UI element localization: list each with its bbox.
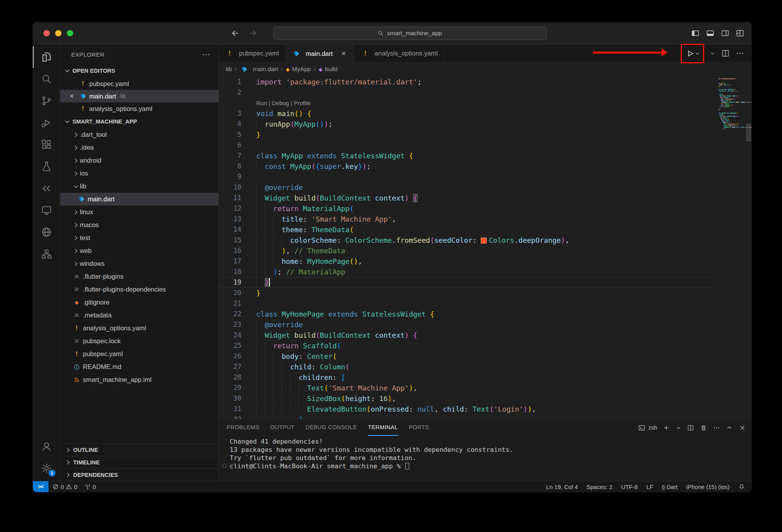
sidebar-section-outline[interactable]: OUTLINE (60, 443, 218, 456)
code-line[interactable]: 11 Widget build(BuildContext context) { (219, 193, 715, 203)
sidebar-section-timeline[interactable]: TIMELINE (60, 456, 218, 468)
launch-profile[interactable]: zsh (638, 424, 657, 432)
code-line[interactable]: 23 @override (219, 319, 715, 330)
panel-tab-debug-console[interactable]: DEBUG CONSOLE (306, 419, 357, 436)
tree-item-smart_machine_app.iml[interactable]: smart_machine_app.iml (60, 373, 218, 386)
code-line[interactable]: 15 colorScheme: ColorScheme.fromSeed(see… (219, 235, 715, 245)
remote-indicator[interactable]: >< (33, 481, 49, 492)
window-minimize-button[interactable] (55, 30, 61, 36)
tree-item-pubspec.lock[interactable]: ≡pubspec.lock (60, 335, 218, 348)
activity-explorer-button[interactable] (33, 46, 60, 68)
sidebar-more-actions-icon[interactable]: ⋯ (202, 50, 210, 59)
status-item-spaces-2[interactable]: Spaces: 2 (586, 484, 613, 490)
code-line[interactable]: 16 ), // ThemeData (219, 245, 715, 256)
code-line[interactable]: 4 runApp(MyApp()); (219, 119, 715, 129)
code-line[interactable]: 21 (219, 298, 715, 309)
code-line[interactable]: 29 Text('Smart Machine App'), (219, 383, 715, 393)
run-dropdown-chevron-icon[interactable] (695, 51, 700, 56)
tree-item-.idea[interactable]: .idea (60, 141, 218, 154)
terminal-output[interactable]: Changed 41 dependencies!13 packages have… (219, 436, 751, 481)
window-close-button[interactable] (43, 30, 50, 36)
color-chip[interactable] (481, 238, 487, 244)
status-item-utf-8[interactable]: UTF-8 (621, 484, 638, 490)
code-lens-actions[interactable]: Run | Debug | Profile (256, 98, 311, 108)
split-editor-icon[interactable] (721, 49, 730, 58)
activity-settings-button[interactable]: 1 (33, 457, 60, 479)
code-line[interactable]: 2 (219, 87, 715, 98)
code-line[interactable]: 6 (219, 140, 715, 150)
tree-item-.flutter-plugins-dependencies[interactable]: ≡.flutter-plugins-dependencies (60, 283, 218, 296)
more-actions-icon[interactable] (735, 49, 744, 58)
tree-item-lib[interactable]: lib (60, 180, 218, 193)
code-line[interactable]: 3void main() { (219, 108, 715, 119)
code-line[interactable]: 27 child: Column( (219, 362, 715, 372)
tree-item-analysis_options.yaml[interactable]: !analysis_options.yaml (60, 322, 218, 335)
code-line[interactable]: 10 @override (219, 182, 715, 193)
open-editors-header[interactable]: OPEN EDITORS (60, 64, 218, 77)
run-or-debug-button[interactable] (685, 49, 695, 58)
tree-item-.dart_tool[interactable]: .dart_tool (60, 128, 218, 141)
code-line[interactable]: 32 ], (219, 414, 715, 419)
open-editor-item-main.dart[interactable]: ×main.dartlib (60, 90, 218, 102)
panel-tab-terminal[interactable]: TERMINAL (368, 419, 398, 436)
code-line[interactable]: 5} (219, 129, 715, 140)
toggle-secondary-sidebar-icon[interactable] (721, 29, 730, 38)
tree-item-pubspec.yaml[interactable]: !pubspec.yaml (60, 348, 218, 360)
code-line[interactable]: 26 body: Center( (219, 351, 715, 362)
tree-item-windows[interactable]: windows (60, 257, 218, 270)
activity-source-control-button[interactable] (33, 90, 60, 112)
panel-more-actions-icon[interactable] (713, 424, 720, 432)
tree-item-test[interactable]: test (60, 231, 218, 244)
activity-references-button[interactable] (33, 177, 60, 199)
open-editor-item-analysis_options.yaml[interactable]: !analysis_options.yaml (60, 102, 218, 115)
editor-scrollbar[interactable] (746, 124, 751, 142)
code-line[interactable]: 22class MyHomePage extends StatelessWidg… (219, 309, 715, 319)
status-item-iphone-15-ios-[interactable]: iPhone (15) (ios) (686, 484, 730, 490)
activity-run-debug-button[interactable] (33, 112, 60, 134)
project-root-header[interactable]: SMART_MACHINE_APP (60, 115, 218, 128)
back-button[interactable] (230, 29, 239, 38)
activity-remote-explorer-button[interactable] (33, 199, 60, 221)
code-line[interactable]: 8 const MyApp({super.key}); (219, 161, 715, 172)
command-center[interactable]: smart_machine_app (273, 27, 547, 40)
code-editor[interactable]: 1import 'package:flutter/material.dart';… (219, 76, 751, 419)
tree-item-.gitignore[interactable]: ◆.gitignore (60, 296, 218, 309)
tree-item-readme.md[interactable]: README.md (60, 360, 218, 373)
code-line[interactable]: 17 home: MyHomePage(), (219, 256, 715, 267)
tree-item-android[interactable]: android (60, 154, 218, 167)
ports-status[interactable]: 0 (84, 484, 96, 490)
panel-tab-output[interactable]: OUTPUT (270, 419, 295, 436)
breadcrumb-item-lib[interactable]: lib (226, 66, 232, 73)
window-zoom-button[interactable] (67, 30, 73, 36)
code-line[interactable]: 28 children: [ (219, 372, 715, 383)
code-line[interactable]: 7class MyApp extends StatelessWidget { (219, 150, 715, 161)
code-line[interactable]: 19 } (219, 277, 715, 288)
split-terminal-icon[interactable] (687, 424, 694, 432)
status-item-lf[interactable]: LF (646, 484, 653, 490)
maximize-panel-icon[interactable] (726, 424, 733, 432)
activity-accounts-button[interactable] (33, 435, 60, 457)
notifications-bell-icon[interactable] (738, 483, 745, 490)
editor-tab-pubspec.yaml[interactable]: !pubspec.yaml (219, 45, 286, 62)
toggle-sidebar-icon[interactable] (691, 29, 700, 38)
status-item-dart[interactable]: {}Dart (662, 484, 678, 490)
code-line[interactable]: 30 SizedBox(height: 16), (219, 393, 715, 404)
code-lens-line[interactable]: Run | Debug | Profile (219, 98, 715, 108)
code-line[interactable]: 25 return Scaffold( (219, 340, 715, 351)
chevron-down-icon[interactable] (710, 50, 715, 56)
open-editor-item-pubspec.yaml[interactable]: !pubspec.yaml (60, 77, 218, 90)
problems-status[interactable]: 0 0 (52, 484, 77, 490)
code-line[interactable]: 13 title: 'Smart Machine App', (219, 214, 715, 224)
breadcrumb-item-build[interactable]: ◆build (318, 66, 338, 73)
breadcrumb-item-myapp[interactable]: ◆MyApp (286, 66, 311, 73)
code-line[interactable]: 31 ElevatedButton(onPressed: null, child… (219, 404, 715, 414)
editor-tab-main.dart[interactable]: main.dart× (286, 45, 354, 63)
close-tab-icon[interactable]: × (340, 49, 348, 58)
sidebar-section-dependencies[interactable]: DEPENDENCIES (60, 468, 218, 481)
panel-tab-problems[interactable]: PROBLEMS (227, 419, 259, 436)
activity-search-button[interactable] (33, 68, 60, 90)
toggle-panel-icon[interactable] (706, 29, 715, 38)
activity-extensions-button[interactable] (33, 134, 60, 156)
new-terminal-icon[interactable] (663, 424, 670, 432)
tree-item-linux[interactable]: linux (60, 206, 218, 219)
